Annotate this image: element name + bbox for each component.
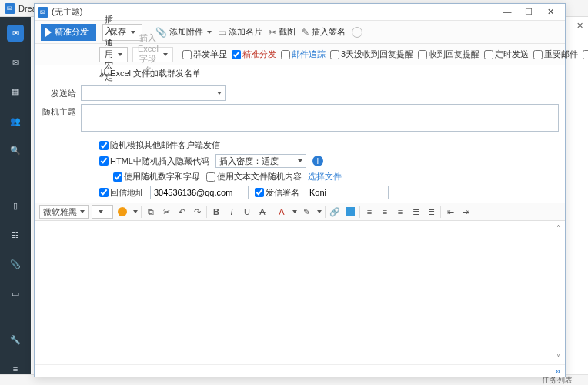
underline-button[interactable]: U xyxy=(241,206,253,218)
align-center-button[interactable]: ≡ xyxy=(379,206,391,218)
chk-precise[interactable]: 精准分发 xyxy=(232,49,276,60)
chk-schedule[interactable]: 定时发送 xyxy=(484,49,529,60)
insert-excel-field-button[interactable]: 插入 Excel 字段名 xyxy=(132,47,173,62)
chk-rand-alnum[interactable]: 使用随机数字和字母 xyxy=(113,171,200,182)
chk-important[interactable]: 重要邮件 xyxy=(533,49,578,60)
outer-sidebar: ✉ ✉ ▦ 👥 🔍 ▯ ☷ 📎 ▭ 🔧 ≡ xyxy=(0,17,31,377)
card-icon: ▭ xyxy=(218,27,226,38)
load-excel-link[interactable]: 从 Excel 文件加载群发名单 xyxy=(99,69,201,78)
chevron-down-icon xyxy=(131,31,135,34)
pen-icon: ✎ xyxy=(302,27,309,38)
minimize-button[interactable]: — xyxy=(500,7,514,17)
font-family-select[interactable]: 微软雅黑 xyxy=(39,205,89,219)
list-ul-button[interactable]: ≣ xyxy=(425,206,437,218)
send-icon xyxy=(45,28,52,37)
scroll-down-icon[interactable]: ˅ xyxy=(553,352,563,363)
chk-receipt[interactable]: 阅读回执 xyxy=(583,49,588,60)
sidebar-compose-icon[interactable]: ✉ xyxy=(7,25,24,42)
sidebar-card-icon[interactable]: ▯ xyxy=(7,197,24,214)
info-icon[interactable]: i xyxy=(312,156,323,166)
scroll-up-icon[interactable]: ˄ xyxy=(553,223,563,233)
compose-dialog: ✉ (无主题) — ☐ ✕ 精准分发 保存 📎 添加附件 ▭ 添加名片 ✂ 截图 xyxy=(34,3,566,377)
chk-track[interactable]: 邮件追踪 xyxy=(281,49,326,60)
editor-body[interactable]: ˄ ˅ xyxy=(35,221,565,364)
editor-toolbar: 微软雅黑 ⧉ ✂ ↶ ↷ B I U A A ✎ 🔗 ≡ ≡ ≡ ≣ ≣ ⇤ ⇥ xyxy=(35,203,565,221)
card-button[interactable]: ▭ 添加名片 xyxy=(218,26,262,38)
reply-address-field[interactable] xyxy=(150,186,249,199)
outer-close-icon[interactable]: ✕ xyxy=(571,17,588,34)
font-size-select[interactable] xyxy=(92,205,113,219)
subject-field[interactable] xyxy=(81,104,559,132)
pick-file-link[interactable]: 选择文件 xyxy=(308,171,342,182)
sidebar-mail-icon[interactable]: ✉ xyxy=(7,54,24,71)
sidebar-search-icon[interactable]: 🔍 xyxy=(7,142,24,159)
dialog-titlebar: ✉ (无主题) — ☐ ✕ xyxy=(35,4,565,21)
to-field[interactable] xyxy=(81,85,226,101)
chk-replyremind[interactable]: 收到回复提醒 xyxy=(418,49,479,60)
cut-button[interactable]: ✂ xyxy=(160,206,172,218)
copy-button[interactable]: ⧉ xyxy=(145,206,157,218)
screenshot-button[interactable]: ✂ 截图 xyxy=(269,26,296,38)
sidebar-calendar-icon[interactable]: ▦ xyxy=(7,83,24,100)
dialog-footer: » xyxy=(35,364,565,377)
undo-button[interactable]: ↶ xyxy=(175,206,188,218)
sidebar-attach-icon[interactable]: 📎 xyxy=(7,256,24,273)
align-left-button[interactable]: ≡ xyxy=(363,206,376,218)
scissors-icon: ✂ xyxy=(269,27,276,38)
font-color-button[interactable]: A xyxy=(276,206,288,218)
redo-button[interactable]: ↷ xyxy=(191,206,203,218)
sidebar-tool-icon[interactable]: 🔧 xyxy=(7,331,24,348)
expand-icon[interactable]: » xyxy=(555,366,560,377)
advanced-options: 随机模拟其他邮件客户端发信 HTML中随机插入隐藏代码 插入密度：适度 i 使用… xyxy=(35,138,565,203)
insert-macro-button[interactable]: 插入通用宏定义 xyxy=(99,47,128,62)
dialog-icon: ✉ xyxy=(38,7,48,18)
chk-single[interactable]: 群发单显 xyxy=(182,49,227,60)
chk-sim-client[interactable]: 随机模拟其他邮件客户端发信 xyxy=(99,139,220,151)
more-icon[interactable]: ⋯ xyxy=(352,27,362,38)
sidebar-note-icon[interactable]: ▭ xyxy=(7,285,24,302)
chk-3day[interactable]: 3天没收到回复提醒 xyxy=(330,49,413,60)
chk-reply-addr[interactable]: 回信地址 xyxy=(99,187,144,199)
image-button[interactable] xyxy=(344,206,356,218)
sidebar-contacts-icon[interactable]: 👥 xyxy=(7,112,24,129)
align-right-button[interactable]: ≡ xyxy=(394,206,406,218)
maximize-button[interactable]: ☐ xyxy=(522,7,536,17)
main-toolbar: 精准分发 保存 📎 添加附件 ▭ 添加名片 ✂ 截图 ✎ 插入签名 ⋯ xyxy=(35,21,565,44)
list-ol-button[interactable]: ≣ xyxy=(409,206,422,218)
signature-button[interactable]: ✎ 插入签名 xyxy=(302,26,346,38)
chk-hidden-code[interactable]: HTML中随机插入隐藏代码 xyxy=(99,156,209,167)
highlight-button[interactable]: ✎ xyxy=(300,206,312,218)
outdent-button[interactable]: ⇤ xyxy=(444,206,456,218)
sidebar-chart-icon[interactable]: ☷ xyxy=(7,226,24,243)
app-icon: ✉ xyxy=(5,3,15,14)
options-row: 插入通用宏定义 插入 Excel 字段名 群发单显 精准分发 邮件追踪 3天没收… xyxy=(35,44,565,65)
chevron-down-icon xyxy=(207,31,212,34)
chk-rand-textfile[interactable]: 使用文本文件随机内容 xyxy=(206,171,302,182)
close-button[interactable]: ✕ xyxy=(543,7,557,17)
form-area: 发送给 随机主题 xyxy=(35,81,565,138)
emoji-button[interactable] xyxy=(116,206,129,218)
density-select[interactable]: 插入密度：适度 xyxy=(215,154,306,168)
italic-button[interactable]: I xyxy=(226,206,238,218)
to-label: 发送给 xyxy=(41,85,81,99)
bold-button[interactable]: B xyxy=(210,206,222,218)
strike-button[interactable]: A xyxy=(256,206,269,218)
chk-signer[interactable]: 发信署名 xyxy=(255,187,299,199)
send-button[interactable]: 精准分发 xyxy=(41,24,96,41)
attach-button[interactable]: 📎 添加附件 xyxy=(155,26,212,38)
subject-label: 随机主题 xyxy=(41,104,81,118)
dialog-title: (无主题) xyxy=(52,6,82,18)
signer-field[interactable] xyxy=(306,186,389,199)
indent-button[interactable]: ⇥ xyxy=(459,206,472,218)
link-button[interactable]: 🔗 xyxy=(329,206,341,218)
